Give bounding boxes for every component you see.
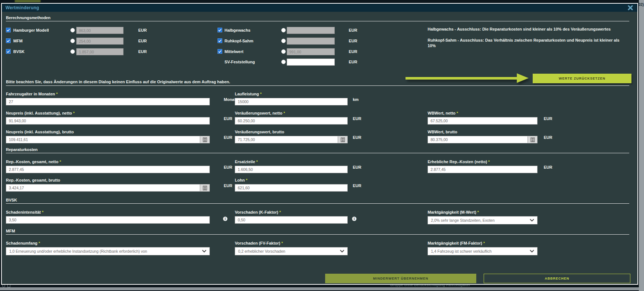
dialog-notice: Bitte beachten Sie, dass Änderungen in d… — [6, 80, 230, 84]
rep-kosten-netto-input[interactable] — [6, 166, 210, 173]
bvsk-radio[interactable] — [70, 49, 75, 54]
abbrechen-button[interactable]: ABBRECHEN — [484, 274, 630, 283]
schadenumfang-select[interactable]: 1,0 Erneuerung und/oder erhebliche Insta… — [6, 247, 210, 255]
info-icon[interactable]: i — [352, 217, 356, 221]
field-label: WBWert, netto* — [428, 111, 458, 115]
lohn-input[interactable] — [235, 184, 348, 192]
ersatzteile-input[interactable] — [235, 166, 348, 173]
horizontal-scrollbar[interactable] — [0, 287, 639, 290]
close-icon[interactable] — [628, 5, 634, 11]
unit-label: EUR — [544, 116, 552, 121]
erhebliche-rep-kosten-input[interactable] — [428, 166, 537, 173]
calculator-icon[interactable] — [528, 136, 537, 143]
field-label: Rep.-Kosten, gesamt, netto* — [6, 159, 61, 164]
chevron-down-icon — [530, 250, 534, 253]
mfm-radio[interactable] — [70, 39, 75, 43]
calculator-icon[interactable] — [200, 185, 209, 191]
halbgewachs-radio[interactable] — [281, 28, 286, 32]
mfm-checkbox[interactable] — [6, 38, 11, 43]
divider — [6, 153, 629, 153]
dialog-title: Wertminderung — [6, 5, 39, 10]
sv-feststellung-value-input[interactable] — [287, 59, 335, 66]
section-reparaturkosten: Reparaturkosten — [6, 147, 38, 152]
hamburger-modell-radio[interactable] — [70, 28, 75, 32]
vorschaden-fv-faktor-select[interactable]: 0,2 erheblicher Vorschaden — [235, 247, 348, 255]
unit-label: EUR — [138, 28, 147, 32]
divider — [6, 203, 629, 204]
select-value: 1,0 Erneuerung und/oder erhebliche Insta… — [9, 249, 147, 253]
ruhkopf-sahm-value-input[interactable] — [287, 38, 335, 45]
method-label: MFM — [13, 39, 22, 43]
rep-kosten-brutto-input[interactable] — [6, 184, 210, 192]
veraeusserungswert-brutto-input[interactable] — [235, 136, 348, 143]
neupreis-netto-input[interactable] — [6, 117, 210, 125]
unit-label: EUR — [224, 165, 232, 169]
hamburger-modell-checkbox[interactable] — [6, 28, 11, 32]
unit-label: EUR — [224, 116, 232, 121]
info-icon[interactable]: i — [223, 217, 227, 221]
unit-label: EUR — [349, 28, 357, 32]
method-label: Hamburger Modell — [13, 28, 49, 32]
status-circle-icon — [2, 284, 5, 287]
ruhkopf-sahm-checkbox[interactable] — [217, 38, 222, 43]
background-partial-text: 02) — [638, 3, 644, 7]
mfm-value-input[interactable] — [76, 38, 123, 45]
calculator-icon[interactable] — [338, 136, 347, 143]
section-bvsk: BVSK — [6, 198, 17, 202]
vorschaden-k-faktor-input[interactable] — [235, 216, 348, 224]
halbgewachs-value-input[interactable] — [287, 27, 335, 34]
field-label: Rep.-Kosten, gesamt, brutto — [6, 178, 60, 182]
field-label: Schadenumfang* — [6, 241, 40, 245]
field-label: Schadenintensität* — [6, 210, 43, 214]
halbgewachs-exclusion-note: Halbgewachs - Ausschluss: Die Reparaturk… — [428, 27, 634, 32]
calculator-icon[interactable] — [200, 136, 209, 143]
chevron-down-icon — [202, 250, 206, 253]
mittelwert-radio[interactable] — [281, 49, 286, 54]
field-label: Lohn* — [235, 178, 247, 182]
bvsk-value-input[interactable] — [76, 48, 123, 55]
unit-label: EUR — [353, 165, 361, 169]
schadenintensitaet-input[interactable] — [6, 216, 210, 224]
marktgaengigkeit-m-wert-select[interactable]: 2,0% sehr lange Standzeiten, Exoten — [428, 216, 537, 224]
minderwert-uebernehmen-button[interactable]: MINDERWERT ÜBERNEHMEN — [325, 274, 476, 283]
ruhkopf-sahm-radio[interactable] — [281, 39, 286, 43]
unit-label: EUR — [353, 183, 361, 188]
veraeusserungswert-netto-input[interactable] — [235, 117, 348, 125]
unit-label: EUR — [138, 49, 147, 54]
laufleistung-input[interactable] — [235, 98, 348, 105]
divider — [6, 21, 629, 21]
unit-label: EUR — [544, 135, 552, 140]
field-label: Fahrzeugalter in Monaten* — [6, 92, 58, 96]
halbgewachs-checkbox[interactable] — [217, 28, 222, 32]
wbwert-brutto-input[interactable] — [428, 136, 537, 143]
marktgaengigkeit-fm-faktor-select[interactable]: 1,4 Fahrzeug ist schwer verkäuflich — [428, 247, 537, 255]
unit-label: km — [353, 97, 359, 102]
bvsk-checkbox[interactable] — [6, 49, 11, 54]
unit-label: EUR — [224, 135, 232, 140]
neupreis-brutto-input[interactable] — [6, 136, 210, 143]
field-label: Neupreis (inkl. Ausstattung), brutto — [6, 130, 74, 134]
annotation-arrow — [405, 73, 531, 83]
unit-label: EUR — [138, 39, 147, 43]
method-label: SV-Feststellung — [224, 60, 255, 64]
field-label: Vorschaden (FV-Faktor)* — [235, 241, 283, 245]
sv-feststellung-radio[interactable] — [281, 60, 286, 64]
mittelwert-checkbox[interactable] — [217, 49, 222, 54]
background-page-fragment — [15, 0, 41, 2]
divider — [6, 85, 629, 86]
werte-zuruecksetzen-button[interactable]: WERTE ZURÜCKSETZEN — [533, 74, 631, 83]
field-label: Ersatzteile* — [235, 159, 258, 164]
wertminderung-dialog: Wertminderung Berechnungsmethoden Hambur… — [1, 3, 638, 285]
unit-label: EUR — [349, 39, 357, 43]
divider — [6, 234, 629, 235]
method-label: Mittelwert — [224, 49, 243, 54]
hamburger-modell-value-input[interactable] — [76, 27, 123, 34]
chevron-down-icon — [530, 219, 534, 222]
method-label: BVSK — [13, 49, 25, 54]
mittelwert-value-input[interactable] — [287, 48, 335, 55]
select-value: 0,2 erheblicher Vorschaden — [238, 249, 285, 253]
dialog-titlebar — [2, 4, 637, 12]
fahrzeugalter-input[interactable] — [6, 98, 210, 105]
select-value: 2,0% sehr lange Standzeiten, Exoten — [431, 218, 495, 222]
wbwert-netto-input[interactable] — [428, 117, 537, 125]
